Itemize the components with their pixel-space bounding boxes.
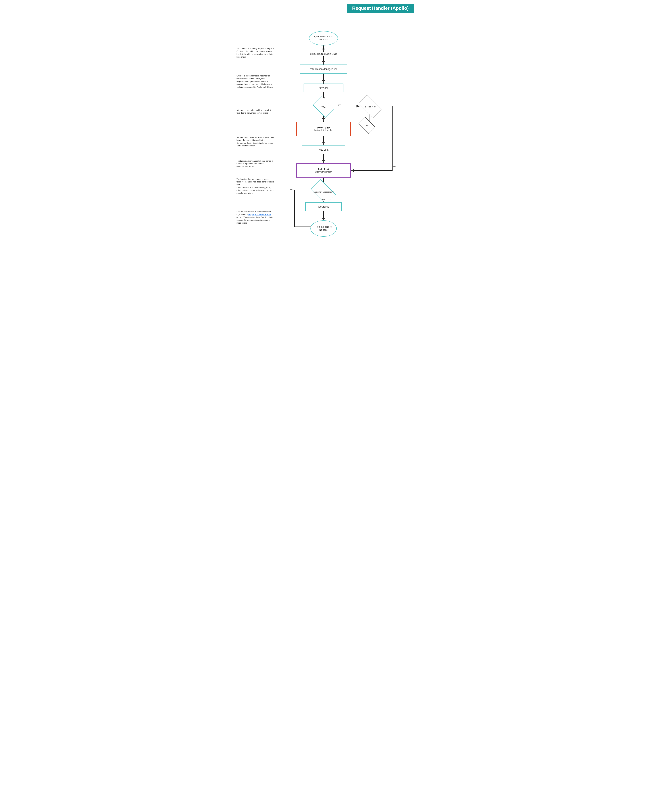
annotation-1: Each mutation or query requires an Apoll… — [235, 47, 275, 58]
annotation-6: The handler that generates an access tok… — [235, 178, 275, 194]
returns-data-oval: Returns data to the caller — [310, 220, 337, 237]
error-link: ErrorLink — [305, 202, 342, 211]
http-link: Http Link — [302, 145, 345, 154]
graphql-error-link[interactable]: GraphQL or network error — [248, 213, 271, 215]
annotation-5: HttpLink is a terminating link that send… — [235, 160, 275, 168]
page-title: Request Handler (Apollo) — [347, 4, 414, 13]
start-label: Start executing Apollo Links — [304, 53, 343, 55]
has-error-diamond-wrapper: has error in response? — [313, 185, 334, 198]
retry-diamond-wrapper: retry? — [314, 101, 333, 113]
annotation-3: Attempt an operation multiple times if i… — [235, 109, 275, 114]
yes-label-error: Yes — [322, 198, 325, 201]
annotation-2: Creates a token manager instance for eac… — [235, 75, 275, 89]
token-link: Token Link beforeAuthHandler — [296, 122, 351, 136]
annotation-4: Handler responsible for resolving the to… — [235, 136, 275, 147]
flowchart: Each mutation or query requires an Apoll… — [233, 26, 414, 243]
start-oval: Query/Mutation is executed — [309, 31, 338, 46]
count-diamond — [359, 95, 381, 118]
yes-label-retry: Yes — [338, 104, 341, 106]
annotation-7: Use the onError link to perform custom l… — [235, 211, 275, 224]
count-diamond-wrapper: is count > 3? — [360, 101, 381, 113]
retry-diamond — [313, 96, 334, 118]
yes-label-count: Yes — [393, 165, 396, 168]
no-diamond-wrapper: No — [360, 121, 374, 130]
title-container: Request Handler (Apollo) — [233, 4, 414, 20]
no-diamond — [359, 117, 375, 134]
setup-token-manager-link: setupTokenManagerLink — [300, 64, 347, 73]
page: Request Handler (Apollo) — [233, 0, 414, 254]
retry-link: retryLink — [304, 84, 343, 92]
auth-link: Auth Link afterAuthHandler — [296, 163, 351, 178]
no-label-error: No — [290, 188, 293, 191]
